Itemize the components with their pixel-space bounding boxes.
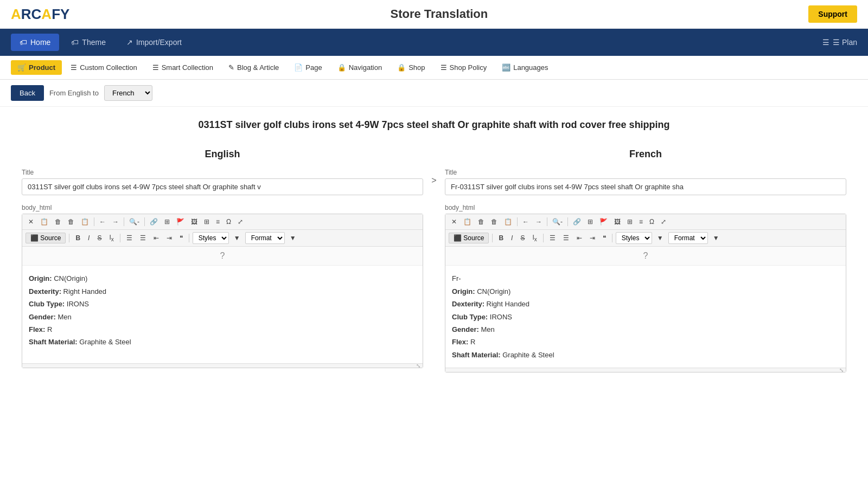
undo-btn-fr[interactable]: ←: [520, 216, 532, 227]
outdent-btn-fr[interactable]: ⇤: [574, 233, 585, 243]
undo-btn[interactable]: ←: [97, 216, 108, 227]
redo-btn-fr[interactable]: →: [533, 216, 545, 227]
styles-select-en[interactable]: Styles: [193, 232, 229, 244]
maximize-btn[interactable]: ⤢: [235, 216, 246, 227]
sep6: [189, 234, 189, 242]
copy-btn-fr[interactable]: 📋: [461, 216, 474, 227]
sub-nav-blog-article[interactable]: ✎ Blog & Article: [222, 60, 285, 75]
nav-plan[interactable]: ☰ ☰ Plan: [822, 38, 857, 47]
french-title-input[interactable]: [445, 178, 846, 195]
styles-arrow-fr[interactable]: ▼: [654, 233, 666, 243]
plan-label: ☰ Plan: [833, 38, 857, 47]
unlink-btn-fr[interactable]: ⊞: [585, 216, 596, 227]
unlink-btn[interactable]: ⊞: [162, 216, 173, 227]
back-button[interactable]: Back: [11, 85, 44, 101]
hr-btn[interactable]: ≡: [213, 216, 222, 227]
sub-nav-shop-policy[interactable]: ☰ Shop Policy: [434, 60, 494, 75]
find-btn-fr[interactable]: 🔍-: [550, 216, 565, 227]
sub-nav-shop[interactable]: 🔒 Shop: [391, 60, 431, 75]
strike-btn-en[interactable]: S: [94, 233, 104, 243]
indent-btn-fr[interactable]: ⇥: [587, 233, 598, 243]
nav-item-home[interactable]: 🏷 Home: [11, 34, 59, 51]
italic-btn-fr[interactable]: I: [508, 233, 515, 243]
redo-btn[interactable]: →: [110, 216, 122, 227]
ol-btn-fr[interactable]: ☰: [547, 233, 558, 243]
sub-nav-smart-collection[interactable]: ☰ Smart Collection: [146, 60, 220, 75]
link-btn[interactable]: 🔗: [147, 216, 161, 227]
paste-btn[interactable]: 🗑: [52, 216, 64, 227]
french-editor-resize[interactable]: ⤡: [445, 368, 846, 372]
ol-btn-en[interactable]: ☰: [124, 233, 135, 243]
paste-text-btn[interactable]: 🗑: [65, 216, 77, 227]
bold-btn-fr[interactable]: B: [496, 233, 506, 243]
language-select[interactable]: French Spanish German: [104, 85, 152, 101]
outdent-btn-en[interactable]: ⇤: [151, 233, 162, 243]
sep1-fr: [517, 217, 518, 226]
flex-bold-fr: Flex:: [452, 338, 468, 346]
sub-nav-product[interactable]: 🛒 Product: [11, 60, 62, 75]
nav-item-theme[interactable]: 🏷 Theme: [62, 34, 114, 51]
cut-btn[interactable]: ✕: [25, 216, 36, 227]
nav-item-import-export[interactable]: ↗ Import/Export: [118, 34, 190, 51]
italic-btn-en[interactable]: I: [85, 233, 92, 243]
omega-btn[interactable]: Ω: [224, 216, 234, 227]
source-btn-fr[interactable]: ⬛ Source: [449, 233, 489, 243]
english-title-label: Title: [22, 169, 423, 176]
anchor-btn-fr[interactable]: 🚩: [597, 216, 610, 227]
french-content[interactable]: Fr- Origin: CN(Origin) Dexterity: Right …: [445, 266, 846, 368]
english-toolbar-row2: ⬛ Source B I S Ix ☰ ☰ ⇤ ⇥ ❝ Styles ▼: [22, 230, 423, 247]
maximize-btn-fr[interactable]: ⤢: [658, 216, 669, 227]
english-question: ?: [22, 247, 423, 266]
table-btn[interactable]: ⊞: [201, 216, 212, 227]
format-arrow-fr[interactable]: ▼: [710, 233, 722, 243]
dex-bold-fr: Dexterity:: [452, 300, 484, 308]
indent-btn-en[interactable]: ⇥: [164, 233, 175, 243]
anchor-btn[interactable]: 🚩: [174, 216, 187, 227]
page-title: Store Translation: [390, 7, 488, 21]
paste-word-btn-fr[interactable]: 📋: [501, 216, 515, 227]
subscript-btn-en[interactable]: Ix: [106, 232, 116, 244]
sub-nav-custom-collection[interactable]: ☰ Custom Collection: [64, 60, 144, 75]
cut-btn-fr[interactable]: ✕: [449, 216, 459, 227]
subscript-btn-fr[interactable]: Ix: [529, 232, 539, 244]
club-bold-en: Club Type:: [29, 300, 65, 308]
styles-select-fr[interactable]: Styles: [616, 232, 652, 244]
flex-bold-en: Flex:: [29, 325, 45, 333]
strike-btn-fr[interactable]: S: [518, 233, 527, 243]
sub-nav-navigation[interactable]: 🔒 Navigation: [331, 60, 388, 75]
ul-btn-en[interactable]: ☰: [137, 233, 149, 243]
english-content[interactable]: Origin: CN(Origin) Dexterity: Right Hand…: [22, 266, 423, 363]
plan-icon: ☰: [822, 38, 829, 47]
format-select-fr[interactable]: Format: [668, 232, 708, 244]
from-to-label: From English to: [49, 89, 99, 97]
shaft-bold-fr: Shaft Material:: [452, 351, 501, 359]
source-btn-en[interactable]: ⬛ Source: [25, 233, 66, 243]
styles-arrow-en[interactable]: ▼: [231, 233, 243, 243]
dex-val-en: Right Handed: [61, 287, 106, 296]
sub-nav-page[interactable]: 📄 Page: [288, 60, 328, 75]
copy-btn[interactable]: 📋: [37, 216, 51, 227]
format-select-en[interactable]: Format: [245, 232, 285, 244]
english-title-input[interactable]: [22, 178, 423, 195]
blockquote-btn-fr[interactable]: ❝: [600, 233, 609, 243]
english-toolbar-row1: ✕ 📋 🗑 🗑 📋 ← → 🔍- 🔗 ⊞ 🚩 🖼 ⊞ ≡ Ω ⤢: [22, 214, 423, 230]
arrow-title-icon: >: [431, 176, 436, 185]
format-arrow-en[interactable]: ▼: [287, 233, 299, 243]
sub-nav-languages[interactable]: 🔤 Languages: [495, 60, 554, 75]
paste-word-btn[interactable]: 📋: [78, 216, 92, 227]
sep2: [124, 217, 124, 226]
image-btn[interactable]: 🖼: [188, 216, 200, 227]
paste-btn-fr[interactable]: 🗑: [475, 216, 487, 227]
english-editor-resize[interactable]: ⤡: [22, 363, 423, 368]
image-btn-fr[interactable]: 🖼: [611, 216, 623, 227]
table-btn-fr[interactable]: ⊞: [624, 216, 635, 227]
support-button[interactable]: Support: [808, 5, 857, 23]
paste-text-btn-fr[interactable]: 🗑: [488, 216, 500, 227]
ul-btn-fr[interactable]: ☰: [560, 233, 572, 243]
bold-btn-en[interactable]: B: [73, 233, 83, 243]
omega-btn-fr[interactable]: Ω: [647, 216, 657, 227]
hr-btn-fr[interactable]: ≡: [636, 216, 646, 227]
find-btn[interactable]: 🔍-: [126, 216, 142, 227]
link-btn-fr[interactable]: 🔗: [570, 216, 584, 227]
blockquote-btn-en[interactable]: ❝: [177, 233, 186, 243]
